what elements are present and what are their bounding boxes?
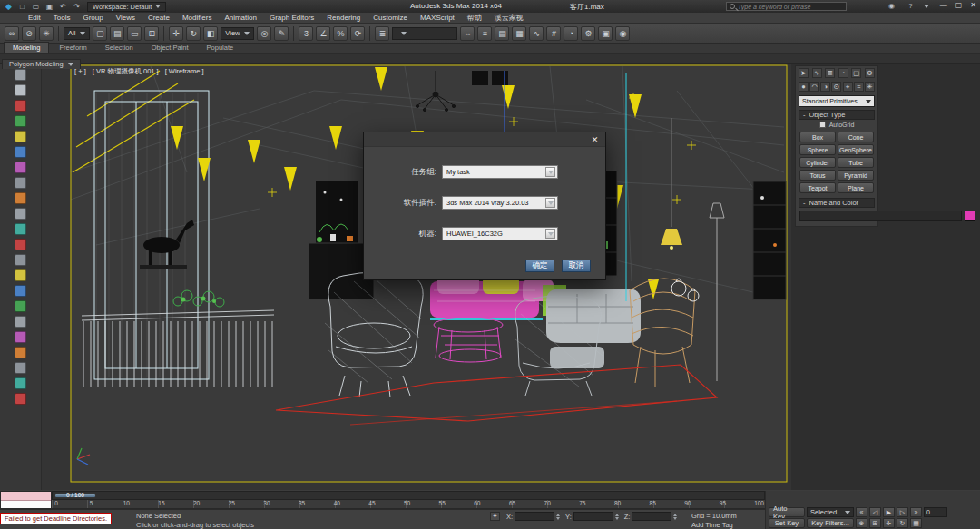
zoom-icon[interactable]: ⊕ bbox=[856, 518, 867, 528]
dropdown-button[interactable] bbox=[545, 167, 555, 177]
angle-snap-icon[interactable]: ∠ bbox=[316, 26, 330, 41]
graphite-ribbon-icon[interactable]: ▦ bbox=[512, 26, 526, 41]
object-type-button[interactable]: Pyramid bbox=[838, 170, 874, 181]
chevron-down-icon[interactable] bbox=[924, 5, 929, 8]
dropdown-button[interactable] bbox=[545, 198, 555, 208]
undo-icon[interactable]: ↶ bbox=[57, 2, 69, 12]
left-toolbar-icon[interactable] bbox=[15, 362, 26, 374]
ribbon-tab[interactable]: Modeling bbox=[4, 42, 49, 53]
menu-item[interactable]: Edit bbox=[22, 14, 47, 22]
maximize-viewport-icon[interactable]: ▦ bbox=[910, 518, 922, 528]
left-toolbar-icon[interactable] bbox=[15, 393, 26, 405]
display-tab-icon[interactable]: ▢ bbox=[851, 68, 861, 78]
z-input[interactable] bbox=[632, 512, 671, 521]
object-type-button[interactable]: Teapot bbox=[799, 182, 836, 193]
ribbon-tab[interactable]: Freeform bbox=[51, 43, 94, 53]
cancel-button[interactable]: 取消 bbox=[562, 260, 591, 272]
bind-to-space-warp-icon[interactable]: ✳ bbox=[39, 26, 54, 41]
object-type-button[interactable]: Sphere bbox=[799, 144, 836, 155]
left-toolbar-icon[interactable] bbox=[15, 84, 26, 96]
left-toolbar-icon[interactable] bbox=[15, 208, 26, 220]
percent-snap-icon[interactable]: % bbox=[333, 26, 348, 41]
object-type-button[interactable]: GeoSphere bbox=[838, 144, 874, 155]
time-slider[interactable]: 0 / 100 bbox=[52, 491, 765, 500]
object-type-button[interactable]: Cylinder bbox=[799, 157, 836, 168]
menu-item[interactable]: MAXScript bbox=[414, 14, 461, 22]
spinner-icon[interactable] bbox=[673, 514, 677, 520]
left-toolbar-icon[interactable] bbox=[15, 316, 26, 328]
pan-icon[interactable]: ✛ bbox=[883, 518, 895, 528]
set-key-button[interactable]: Set Key bbox=[769, 518, 805, 528]
menu-item[interactable]: Create bbox=[142, 14, 176, 22]
selection-filter-dropdown[interactable]: All bbox=[64, 27, 90, 40]
autogrid-checkbox[interactable] bbox=[819, 122, 826, 128]
object-type-button[interactable]: Tube bbox=[838, 157, 874, 168]
category-icon[interactable]: ⌖ bbox=[843, 82, 853, 92]
left-toolbar-icon[interactable] bbox=[15, 285, 26, 297]
name-and-color-rollout[interactable]: - Name and Color bbox=[799, 198, 875, 208]
menu-item[interactable]: Modifiers bbox=[176, 14, 218, 22]
ribbon-tab[interactable]: Populate bbox=[199, 43, 242, 53]
use-center-icon[interactable]: ◎ bbox=[257, 26, 271, 41]
macro-recorder-pane[interactable] bbox=[1, 492, 51, 501]
left-toolbar-icon[interactable] bbox=[15, 377, 26, 389]
restore-button[interactable]: ▢ bbox=[956, 1, 963, 9]
category-icon[interactable]: ✳ bbox=[865, 82, 875, 92]
category-icon[interactable]: ≈ bbox=[854, 82, 864, 92]
dropdown-button[interactable] bbox=[545, 229, 555, 239]
menu-item[interactable]: 溪云家视 bbox=[488, 13, 530, 23]
left-toolbar-icon[interactable] bbox=[15, 269, 26, 281]
menu-item[interactable]: Graph Editors bbox=[263, 14, 320, 22]
spinner-icon[interactable] bbox=[556, 514, 560, 520]
dialog-close-icon[interactable]: ✕ bbox=[589, 134, 601, 145]
left-toolbar-icon[interactable] bbox=[15, 331, 26, 343]
y-input[interactable] bbox=[573, 512, 613, 521]
left-toolbar-icon[interactable] bbox=[15, 192, 26, 204]
select-and-manipulate-icon[interactable]: ✎ bbox=[274, 26, 289, 41]
ok-button[interactable]: 确定 bbox=[525, 260, 554, 272]
rendered-frame-window-icon[interactable]: ▣ bbox=[598, 26, 612, 41]
redo-icon[interactable]: ↷ bbox=[71, 2, 83, 12]
left-toolbar-icon[interactable] bbox=[15, 223, 26, 235]
object-name-input[interactable] bbox=[799, 211, 962, 221]
unlink-selection-icon[interactable]: ⊘ bbox=[22, 26, 36, 41]
save-icon[interactable]: ▣ bbox=[44, 2, 55, 12]
machine-select[interactable]: HUAWEI_16C32G bbox=[442, 227, 558, 240]
wall-art[interactable] bbox=[316, 181, 358, 243]
left-toolbar-icon[interactable] bbox=[15, 146, 26, 158]
category-icon[interactable]: ⊙ bbox=[831, 82, 841, 92]
curve-editor-icon[interactable]: ∿ bbox=[529, 26, 544, 41]
viewport-shading-label[interactable]: [ Wireframe ] bbox=[165, 67, 204, 76]
menu-item[interactable]: Views bbox=[110, 14, 142, 22]
task-group-select[interactable]: My task bbox=[442, 165, 558, 179]
zoom-region-icon[interactable]: ⊞ bbox=[869, 518, 881, 528]
category-icon[interactable]: ● bbox=[799, 82, 808, 92]
play-icon[interactable]: ▶ bbox=[883, 507, 895, 517]
menu-item[interactable]: 帮助 bbox=[461, 13, 488, 23]
render-setup-icon[interactable]: ⚙ bbox=[581, 26, 595, 41]
plugin-select[interactable]: 3ds Max 2014 vray 3.20.03 bbox=[442, 196, 558, 210]
menu-item[interactable]: Animation bbox=[218, 14, 263, 22]
hierarchy-tab-icon[interactable]: ≣ bbox=[825, 68, 835, 78]
key-selected-dropdown[interactable]: Selected bbox=[807, 507, 854, 517]
modify-tab-icon[interactable]: ∿ bbox=[812, 68, 822, 78]
primitives-category-dropdown[interactable]: Standard Primitives bbox=[799, 95, 875, 107]
ribbon-tab[interactable]: Object Paint bbox=[143, 43, 197, 53]
selection-lock-icon[interactable]: ✦ bbox=[490, 512, 500, 521]
workspace-dropdown[interactable]: Workspace: Default bbox=[87, 2, 166, 12]
go-to-start-icon[interactable]: « bbox=[856, 507, 867, 517]
category-icon[interactable]: ◠ bbox=[809, 82, 819, 92]
left-toolbar-icon[interactable] bbox=[15, 131, 26, 142]
category-icon[interactable]: ◑ bbox=[820, 82, 830, 92]
left-toolbar-icon[interactable] bbox=[15, 239, 26, 250]
utilities-tab-icon[interactable]: ⚙ bbox=[865, 68, 875, 78]
schematic-view-icon[interactable]: # bbox=[546, 26, 561, 41]
snaps-toggle-icon[interactable]: 3 bbox=[299, 26, 313, 41]
key-filters-button[interactable]: Key Filters... bbox=[807, 518, 854, 528]
select-object-icon[interactable]: ▢ bbox=[93, 26, 107, 41]
named-selection-sets-dropdown[interactable] bbox=[392, 27, 457, 40]
listener-pane[interactable] bbox=[1, 501, 51, 508]
selection-region-icon[interactable]: ▭ bbox=[127, 26, 142, 41]
y-coordinate-field[interactable]: Y: bbox=[565, 512, 619, 521]
material-editor-icon[interactable]: ◔ bbox=[564, 26, 578, 41]
